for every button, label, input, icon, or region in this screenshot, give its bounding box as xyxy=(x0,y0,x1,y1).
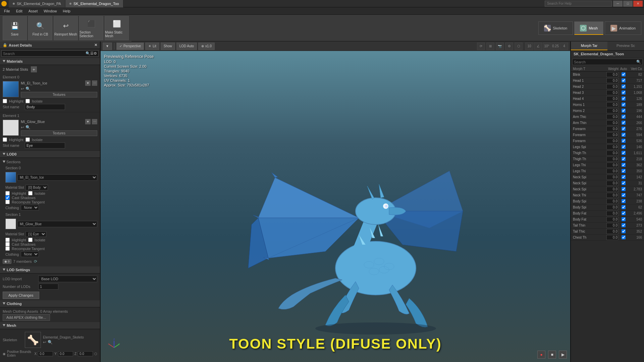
section-0-clothing-select[interactable]: None xyxy=(21,205,39,210)
morph-weight-input-10[interactable] xyxy=(606,132,619,137)
morph-weight-input-23[interactable] xyxy=(606,211,619,216)
search-for-help-input[interactable] xyxy=(545,1,612,7)
preview-scene-tab[interactable]: Preview Sc xyxy=(607,42,644,50)
morph-weight-input-2[interactable] xyxy=(606,84,619,89)
search-input[interactable] xyxy=(3,52,86,56)
section-1-recompute-check[interactable] xyxy=(5,246,10,251)
mesh-tab[interactable]: ⬡ Mesh xyxy=(574,21,603,35)
section-0-material-select[interactable]: MI_El_Toon_Ice xyxy=(17,174,97,181)
bounds-expand-icon[interactable]: ⬡ xyxy=(94,352,97,356)
scene-icon-btn[interactable]: ⬡ xyxy=(515,43,523,50)
morph-weight-input-24[interactable] xyxy=(606,217,619,222)
skeleton-reset-btn[interactable]: ↩ xyxy=(43,340,46,345)
bounds-x-input[interactable] xyxy=(38,351,53,356)
menu-edit[interactable]: Edit xyxy=(13,8,25,14)
morph-auto-check-25[interactable] xyxy=(622,223,626,227)
morph-search-input[interactable] xyxy=(574,60,636,64)
morph-auto-check-10[interactable] xyxy=(622,133,626,137)
morph-weight-input-20[interactable] xyxy=(606,193,619,198)
menu-help[interactable]: Help xyxy=(60,8,73,14)
mesh-section-header[interactable]: Mesh xyxy=(0,322,100,329)
material-0-browse-btn[interactable]: 🔍 xyxy=(25,86,31,91)
apply-changes-button[interactable]: Apply Changes xyxy=(3,292,39,299)
morph-weight-input-27[interactable] xyxy=(606,235,619,240)
morph-weight-input-7[interactable] xyxy=(606,114,619,119)
title-tab-toon[interactable]: SK_Elemental_Dragon_Too xyxy=(65,0,123,7)
camera-icon-btn[interactable]: 📷 xyxy=(496,43,504,50)
morph-auto-check-16[interactable] xyxy=(622,169,626,173)
material-1-browse-btn[interactable]: 🔍 xyxy=(25,125,31,130)
slot-name-input-1[interactable] xyxy=(25,142,65,148)
section-1-cast-shadows-check[interactable] xyxy=(5,242,10,246)
morph-weight-input-19[interactable] xyxy=(606,187,619,192)
bounds-z-input[interactable] xyxy=(78,351,93,356)
morph-auto-check-27[interactable] xyxy=(622,235,626,239)
morph-auto-check-2[interactable] xyxy=(622,84,626,88)
add-apex-button[interactable]: Add APEX clothing file... xyxy=(3,314,50,321)
section-0-cast-shadows-check[interactable] xyxy=(5,195,10,200)
morph-auto-check-13[interactable] xyxy=(622,151,626,155)
section-1-clothing-select[interactable]: None xyxy=(21,251,39,257)
num4-btn[interactable]: 4 xyxy=(560,43,568,50)
perspective-btn[interactable]: ✓ Perspective xyxy=(116,43,144,50)
reimport-mesh-button[interactable]: ↩ Reimport Mesh xyxy=(54,16,78,40)
clothing-section-header[interactable]: Clothing xyxy=(0,300,100,307)
element-0-highlight-check[interactable] xyxy=(3,99,7,103)
angle-icon-btn[interactable]: ∠ xyxy=(534,43,542,50)
add-material-button[interactable]: + xyxy=(31,66,37,72)
lod0-section-header[interactable]: LOD0 xyxy=(0,151,100,158)
maximize-button[interactable]: □ xyxy=(623,1,633,7)
material-0-textures-btn[interactable]: Textures xyxy=(21,92,97,98)
morph-auto-check-22[interactable] xyxy=(622,205,626,209)
element-1-isolate-check[interactable] xyxy=(25,137,30,142)
morph-auto-check-7[interactable] xyxy=(622,115,626,119)
menu-window[interactable]: Window xyxy=(41,8,59,14)
morph-weight-input-21[interactable] xyxy=(606,199,619,204)
morph-weight-input-6[interactable] xyxy=(606,108,619,113)
morph-auto-check-23[interactable] xyxy=(622,211,626,215)
morph-auto-check-14[interactable] xyxy=(622,157,626,161)
morph-auto-check-18[interactable] xyxy=(622,181,626,185)
animation-tab[interactable]: ▶ Animation xyxy=(605,21,641,35)
morph-auto-check-5[interactable] xyxy=(622,103,626,107)
material-1-more-btn[interactable]: ⋯ xyxy=(92,119,97,124)
lod-import-select[interactable]: Base LOD xyxy=(38,276,97,282)
show-btn[interactable]: Show xyxy=(161,43,175,50)
morph-targets-tab[interactable]: Morph Tar xyxy=(571,42,607,50)
material-1-textures-btn[interactable]: Textures xyxy=(21,130,97,136)
morph-auto-check-26[interactable] xyxy=(622,229,626,233)
slot-name-input-0[interactable] xyxy=(25,104,65,110)
morph-auto-check-17[interactable] xyxy=(622,175,626,179)
section-selection-button[interactable]: ⬛ Section Selection xyxy=(79,16,103,40)
collapse-icon[interactable]: ✕ xyxy=(94,43,97,47)
section-0-isolate-check[interactable] xyxy=(28,191,33,195)
viewport-toggle-btn[interactable]: ▼ xyxy=(103,43,112,50)
morph-auto-check-15[interactable] xyxy=(622,163,626,167)
morph-auto-check-20[interactable] xyxy=(622,193,626,197)
section-1-material-select[interactable]: MI_Glow_Blue xyxy=(17,221,97,227)
make-static-mesh-button[interactable]: ⬜ Make Static Mesh xyxy=(105,16,129,40)
morph-weight-input-9[interactable] xyxy=(606,126,619,131)
morph-weight-input-0[interactable] xyxy=(606,72,619,77)
morph-weight-input-12[interactable] xyxy=(606,144,619,149)
morph-auto-check-21[interactable] xyxy=(622,199,626,203)
skeleton-browse-btn[interactable]: 🔍 xyxy=(48,340,53,345)
num10b-btn[interactable]: 10° xyxy=(543,43,551,50)
morph-auto-check-1[interactable] xyxy=(622,78,626,82)
morph-auto-check-19[interactable] xyxy=(622,187,626,191)
morph-auto-check-11[interactable] xyxy=(622,139,626,143)
menu-asset[interactable]: Asset xyxy=(26,8,41,14)
morph-weight-input-22[interactable] xyxy=(606,205,619,210)
section-0-highlight-check[interactable] xyxy=(5,191,10,195)
morph-auto-check-8[interactable] xyxy=(622,121,626,125)
list-view-icon[interactable]: ☰ xyxy=(90,51,94,56)
section-1-isolate-check[interactable] xyxy=(28,238,33,242)
scale-btn[interactable]: ⊕ x1.0 xyxy=(198,43,215,50)
morph-weight-input-17[interactable] xyxy=(606,175,619,180)
material-0-dropdown-btn[interactable]: ▼ xyxy=(85,80,91,86)
settings-icon[interactable]: ⚙ xyxy=(94,51,97,56)
morph-weight-input-26[interactable] xyxy=(606,229,619,234)
bounds-y-input[interactable] xyxy=(58,351,73,356)
element-1-highlight-check[interactable] xyxy=(3,137,7,142)
materials-section-header[interactable]: Materials xyxy=(0,58,100,65)
